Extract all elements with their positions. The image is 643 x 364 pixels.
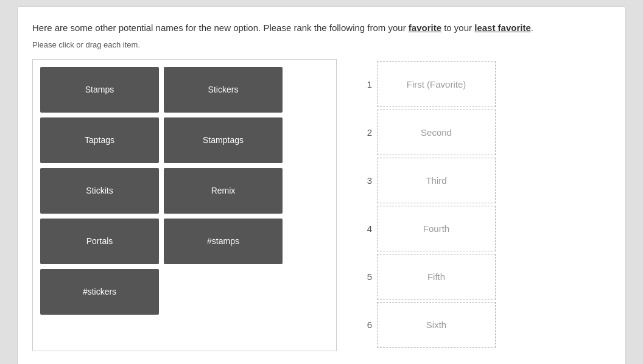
rank-number: 4 bbox=[361, 223, 372, 234]
rank-number: 1 bbox=[361, 79, 372, 89]
drag-row: #stickers bbox=[40, 269, 329, 315]
rank-row: 4Fourth bbox=[361, 206, 496, 251]
rank-row: 5Fifth bbox=[361, 254, 496, 299]
intro-period: . bbox=[531, 23, 533, 33]
rank-row: 3Third bbox=[361, 158, 496, 203]
drag-item[interactable]: Stickits bbox=[40, 168, 159, 214]
drag-item[interactable]: Stamps bbox=[40, 67, 159, 113]
rank-slot[interactable]: Third bbox=[377, 158, 496, 203]
rank-slot[interactable]: Second bbox=[377, 110, 496, 155]
least-favorite-link[interactable]: least favorite bbox=[474, 23, 531, 33]
rank-row: 2Second bbox=[361, 110, 496, 155]
intro-text-before: Here are some other potential names for … bbox=[32, 23, 409, 33]
drag-row: StampsStickers bbox=[40, 67, 329, 113]
rank-slot[interactable]: Fifth bbox=[377, 254, 496, 299]
rank-row: 6Sixth bbox=[361, 302, 496, 348]
drag-item[interactable]: #stamps bbox=[164, 219, 283, 264]
main-card: Here are some other potential names for … bbox=[17, 6, 626, 364]
rank-number: 2 bbox=[361, 127, 372, 138]
drag-row: Portals#stamps bbox=[40, 219, 329, 264]
rank-number: 5 bbox=[361, 271, 372, 282]
drag-item[interactable]: Stamptags bbox=[164, 117, 283, 163]
rank-slot[interactable]: Fourth bbox=[377, 206, 496, 251]
drag-item[interactable]: #stickers bbox=[40, 269, 159, 315]
intro-paragraph: Here are some other potential names for … bbox=[32, 21, 611, 35]
drag-item[interactable]: Remix bbox=[164, 168, 283, 214]
favorite-link[interactable]: favorite bbox=[409, 23, 441, 33]
drag-panel: StampsStickersTaptagsStamptagsStickitsRe… bbox=[32, 59, 337, 351]
drag-item[interactable]: Portals bbox=[40, 219, 159, 264]
main-area: StampsStickersTaptagsStamptagsStickitsRe… bbox=[32, 59, 611, 351]
intro-text-middle: to your bbox=[441, 23, 474, 33]
drag-row: StickitsRemix bbox=[40, 168, 329, 214]
rank-slot[interactable]: Sixth bbox=[377, 302, 496, 348]
drag-row: TaptagsStamptags bbox=[40, 117, 329, 163]
drag-item[interactable]: Taptags bbox=[40, 117, 159, 163]
hint-text: Please click or drag each item. bbox=[32, 40, 611, 49]
drag-item[interactable]: Stickers bbox=[164, 67, 283, 113]
rank-row: 1First (Favorite) bbox=[361, 61, 496, 107]
rank-panel: 1First (Favorite)2Second3Third4Fourth5Fi… bbox=[361, 59, 496, 348]
rank-slot[interactable]: First (Favorite) bbox=[377, 61, 496, 107]
rank-number: 6 bbox=[361, 320, 372, 330]
rank-number: 3 bbox=[361, 175, 372, 186]
